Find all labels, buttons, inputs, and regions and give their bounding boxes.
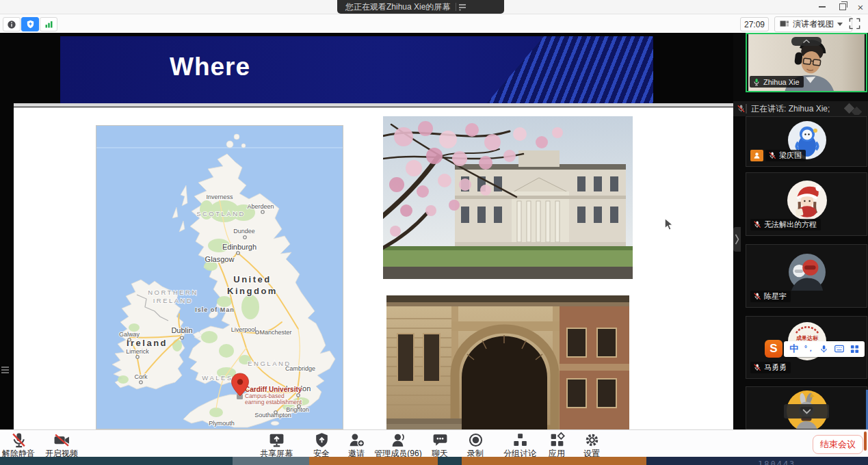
collapse-videos-button[interactable] xyxy=(791,37,821,46)
map-label: NORTHERN xyxy=(148,289,198,296)
ime-punctuation[interactable]: °， xyxy=(804,344,814,354)
host-role-badge xyxy=(750,150,763,161)
minimize-button[interactable] xyxy=(815,1,830,12)
badge-menu-icon[interactable] xyxy=(456,2,469,12)
breakout-rooms-icon xyxy=(512,431,529,449)
camera-off-icon xyxy=(53,431,70,449)
participants-panel: Zhihua Xie 正在讲话: Zhihua Xie; xyxy=(733,33,868,429)
record-icon xyxy=(467,431,484,449)
participant-name-tag: 梁庆国 xyxy=(765,150,806,161)
map-city-dot xyxy=(140,381,142,384)
share-screen-icon xyxy=(268,431,285,449)
ime-mode-chinese[interactable]: 中 xyxy=(789,343,798,355)
participants-icon xyxy=(390,431,407,449)
person-icon xyxy=(753,152,761,159)
participant-name: 陈星宇 xyxy=(764,291,787,302)
encryption-shield-button[interactable] xyxy=(21,17,39,31)
map-label: Limerick xyxy=(126,348,149,355)
shield-icon xyxy=(25,19,36,29)
ime-toolbox-icon[interactable] xyxy=(850,345,859,354)
map-city-dot xyxy=(297,394,300,397)
map-label: earning establishment xyxy=(245,399,302,406)
watching-screen-text: 您正在观看Zhihua Xie的屏幕 xyxy=(337,1,456,13)
participant-name-tag: 无法解出的方程 xyxy=(750,219,821,230)
map-city-dot xyxy=(128,338,131,341)
desktop-taskbar-edge: 180443 xyxy=(0,457,868,465)
mic-muted-icon xyxy=(753,220,761,229)
ime-mic-icon[interactable] xyxy=(819,345,828,354)
map-label: Glasgow xyxy=(205,255,235,263)
map-city-dot xyxy=(274,411,277,414)
meeting-window: 您正在观看Zhihua Xie的屏幕 × xyxy=(0,0,868,465)
settings-button[interactable]: 设置 xyxy=(564,431,619,460)
participant-name: 马勇勇 xyxy=(764,362,787,373)
network-quality-button[interactable] xyxy=(40,17,57,31)
chevron-down-icon xyxy=(802,408,812,414)
map-city-dot xyxy=(237,252,239,254)
map-label: Dublin xyxy=(171,326,192,334)
meeting-info-bar: 27:09 演讲者视图 xyxy=(0,14,868,34)
taskbar-partial-digits: 180443 xyxy=(758,460,795,465)
shared-screen-area: Where xyxy=(0,33,733,429)
map-label: Manchester xyxy=(259,329,291,336)
map-label: Cambridge xyxy=(285,365,315,372)
now-speaking-text: 正在讲话: Zhihua Xie; xyxy=(751,103,830,115)
participant-tile[interactable]: 梁庆国 xyxy=(746,116,867,167)
sogou-ime-bar: S 中 °， xyxy=(765,340,865,358)
map-label: WALES xyxy=(202,374,233,382)
meeting-timer: 27:09 xyxy=(740,17,769,31)
mic-muted-icon xyxy=(753,363,761,372)
active-speaker-video-tile[interactable]: Zhihua Xie xyxy=(746,33,867,92)
mic-muted-icon xyxy=(753,292,761,301)
mic-muted-icon xyxy=(10,431,27,449)
panel-grip-icon[interactable] xyxy=(1,367,9,375)
scroll-participants-down-button[interactable] xyxy=(784,404,829,418)
map-label: Liverpool xyxy=(231,326,257,333)
speaker-name: Zhihua Xie xyxy=(763,78,800,86)
slide-title: Where xyxy=(170,53,250,81)
avatar xyxy=(789,254,826,291)
restore-button[interactable] xyxy=(835,1,850,12)
map-label: Cork xyxy=(134,373,148,380)
ime-keyboard-icon[interactable] xyxy=(834,345,844,353)
participant-tile[interactable]: 无法解出的方程 xyxy=(746,172,867,236)
participant-tile[interactable]: 陈星宇 xyxy=(746,244,867,308)
participant-name-tag: 马勇勇 xyxy=(750,362,791,373)
sogou-logo-icon[interactable]: S xyxy=(765,340,782,358)
view-mode-button[interactable]: 演讲者视图 xyxy=(774,16,852,32)
map-label: SCOTLAND xyxy=(196,210,246,217)
security-shield-icon xyxy=(313,431,330,449)
chevron-up-icon xyxy=(802,39,811,44)
map-city-dot xyxy=(298,405,300,408)
info-icon xyxy=(6,19,17,30)
speaker-name-tag: Zhihua Xie xyxy=(750,76,804,88)
panel-logo-icon xyxy=(844,103,865,115)
mic-muted-gray-icon xyxy=(737,104,746,114)
fullscreen-button[interactable] xyxy=(848,17,861,33)
end-meeting-button[interactable]: 结束会议 xyxy=(813,435,863,454)
gear-icon xyxy=(583,431,601,449)
banner-stripe-graphic xyxy=(366,36,653,103)
photo-cardiff-main-building xyxy=(383,116,633,279)
uk-map-image: InvernessSCOTLANDAberdeenDundeeEdinburgh… xyxy=(96,125,343,429)
map-label: Galway xyxy=(119,331,140,338)
participant-name: 无法解出的方程 xyxy=(764,220,817,230)
map-label: Kingdom xyxy=(227,286,278,296)
map-label: Ireland xyxy=(127,338,168,348)
map-label: Inverness xyxy=(206,194,233,200)
banner-underline xyxy=(14,103,733,107)
map-label: Plymouth xyxy=(209,420,235,427)
edge-accent-bar xyxy=(864,431,867,451)
invite-person-icon xyxy=(348,431,365,449)
mic-muted-icon xyxy=(768,151,776,160)
panel-collapse-tab[interactable] xyxy=(733,227,741,252)
watching-screen-badge[interactable]: 您正在观看Zhihua Xie的屏幕 xyxy=(337,0,504,14)
map-label: IRELAND xyxy=(153,297,194,304)
map-label: Southampton xyxy=(254,412,291,418)
close-button[interactable]: × xyxy=(853,1,868,12)
start-video-button[interactable]: 开启视频 xyxy=(34,431,89,460)
photo-archway-building xyxy=(386,295,629,429)
meeting-info-button[interactable] xyxy=(3,17,21,31)
mic-active-icon xyxy=(752,77,761,87)
fullscreen-icon xyxy=(848,17,861,30)
